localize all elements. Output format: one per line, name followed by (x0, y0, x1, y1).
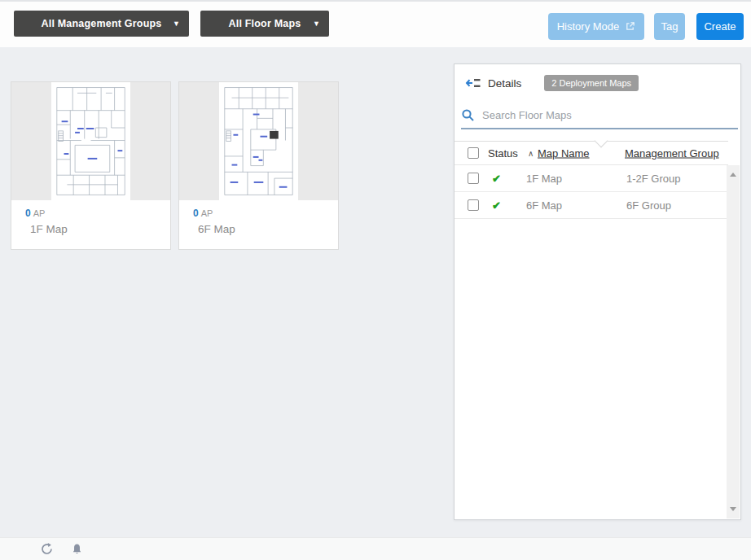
floor-map-card-title: 6F Map (198, 223, 338, 235)
toolbar: All Management Groups ▼ All Floor Maps ▼… (0, 2, 751, 47)
details-panel: Details 2 Deployment Maps Status ∧ Map N… (454, 63, 741, 520)
floor-plan-thumbnail (11, 82, 170, 200)
chevron-down-icon: ▼ (173, 20, 180, 28)
row-map-name: 6F Map (526, 199, 562, 212)
table-row[interactable]: ✔ 1F Map 1-2F Group (455, 165, 728, 192)
management-groups-dropdown-label: All Management Groups (42, 18, 162, 29)
floor-map-card-title: 1F Map (30, 223, 170, 235)
refresh-icon[interactable] (40, 542, 54, 556)
select-all-checkbox[interactable] (468, 147, 479, 159)
scroll-up-arrow-icon[interactable] (730, 173, 736, 177)
search-floor-maps (461, 102, 738, 129)
status-ok-icon: ✔ (492, 173, 501, 185)
ap-count-line: 0AP (25, 208, 170, 219)
collapse-details-icon[interactable] (465, 77, 481, 89)
scroll-down-arrow-icon[interactable] (730, 507, 736, 511)
content-area: 0AP 1F Map (0, 47, 751, 537)
select-row-checkbox[interactable] (468, 199, 479, 211)
management-groups-dropdown[interactable]: All Management Groups ▼ (14, 11, 189, 37)
deployment-maps-count-badge: 2 Deployment Maps (544, 75, 639, 91)
chevron-down-icon: ▼ (313, 20, 320, 28)
ap-unit-label: AP (33, 208, 46, 218)
floor-map-card-1f[interactable]: 0AP 1F Map (11, 81, 171, 250)
details-panel-title: Details (488, 77, 521, 90)
ap-count: 0 (25, 208, 31, 219)
ap-unit-label: AP (201, 208, 213, 218)
history-mode-button[interactable]: History Mode (548, 13, 644, 40)
floor-map-card-6f[interactable]: 0AP 6F Map (178, 81, 339, 250)
ap-count-line: 0AP (193, 208, 338, 219)
details-panel-header: Details 2 Deployment Maps (465, 75, 639, 91)
floor-maps-dropdown[interactable]: All Floor Maps ▼ (200, 11, 329, 37)
floor-plan-drawing-6f (219, 82, 298, 200)
column-header-status: Status (488, 147, 518, 160)
tag-label: Tag (661, 20, 679, 33)
row-management-group: 1-2F Group (626, 173, 680, 185)
floor-maps-dropdown-label: All Floor Maps (229, 18, 301, 29)
table-row[interactable]: ✔ 6F Map 6F Group (455, 192, 728, 219)
history-mode-label: History Mode (557, 20, 620, 33)
floor-plan-thumbnail (179, 82, 338, 200)
row-map-name: 1F Map (526, 173, 562, 185)
search-input[interactable] (482, 109, 738, 121)
status-ok-icon: ✔ (492, 199, 501, 212)
floor-plan-drawing-1f (51, 82, 130, 200)
sort-ascending-icon: ∧ (528, 149, 534, 158)
external-link-icon (625, 21, 635, 32)
column-header-map-name[interactable]: Map Name (538, 147, 590, 160)
row-management-group: 6F Group (626, 199, 671, 212)
create-label: Create (704, 20, 736, 33)
column-header-management-group[interactable]: Management Group (625, 147, 719, 160)
ap-count: 0 (193, 208, 199, 219)
tag-button[interactable]: Tag (654, 13, 685, 40)
table-header: Status ∧ Map Name Management Group (455, 141, 728, 165)
notifications-bell-icon[interactable] (71, 543, 83, 556)
bottom-status-bar (0, 537, 751, 560)
search-icon (461, 108, 475, 122)
select-row-checkbox[interactable] (468, 173, 479, 184)
table-scrollbar[interactable] (727, 165, 740, 518)
create-button[interactable]: Create (696, 13, 744, 40)
